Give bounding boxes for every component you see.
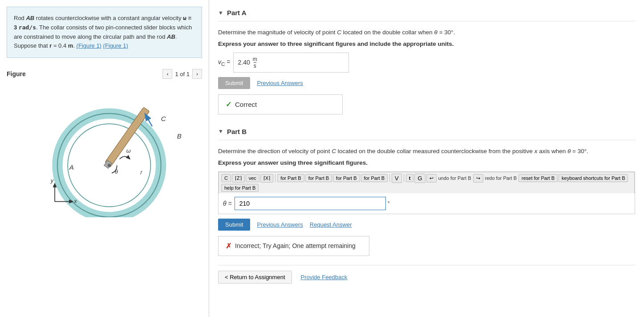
return-to-assignment-btn[interactable]: < Return to Assignment [218, 271, 292, 284]
part-a-chevron: ▼ [218, 10, 223, 16]
figure-nav: ‹ 1 of 1 › [162, 69, 202, 79]
toolbar-btn-redo[interactable]: ↪ [473, 174, 483, 183]
part-a-btn-row: Submit Previous Answers [218, 77, 635, 89]
part-b-chevron: ▼ [218, 128, 223, 134]
figure-link[interactable]: (Figure 1) [77, 42, 101, 49]
figure-page-info: 1 of 1 [175, 71, 190, 77]
toolbar-btn-z[interactable]: ⌈Z⌉ [232, 174, 245, 183]
left-panel: Rod AB rotates counterclockwise with a c… [0, 0, 209, 317]
part-b-previous-answers-btn[interactable]: Previous Answers [257, 221, 303, 228]
toolbar-sep-3 [404, 174, 404, 182]
part-b-editor-box: C ⌈Z⌉ vec ⌈X⌉ for Part B for Part B for … [218, 171, 635, 214]
degree-symbol: ° [388, 200, 390, 207]
part-b-toolbar: C ⌈Z⌉ vec ⌈X⌉ for Part B for Part B for … [219, 172, 635, 193]
svg-text:y: y [50, 177, 54, 184]
right-panel: ▼ Part A Determine the magnitude of velo… [209, 0, 644, 317]
part-a-correct-box: ✓ Correct [218, 94, 343, 114]
svg-text:A: A [69, 163, 74, 171]
toolbar-btn-format-b4[interactable]: for Part B [361, 174, 388, 182]
toolbar-btn-t[interactable]: t [406, 174, 414, 182]
part-a-instruction: Express your answer to three significant… [218, 41, 635, 47]
toolbar-sep-1 [275, 174, 275, 182]
incorrect-x-icon: ✗ [226, 242, 231, 250]
part-a-title: Part A [227, 9, 247, 16]
part-a-input-label: vC = [218, 58, 231, 67]
part-a-input-row: vC = 2.40 m s [218, 53, 635, 72]
svg-text:ω: ω [126, 147, 131, 154]
figure-next-btn[interactable]: › [192, 69, 202, 79]
part-b-input-label: θ = [223, 200, 232, 207]
svg-text:B: B [177, 132, 182, 140]
part-b-section: ▼ Part B Determine the direction of velo… [218, 123, 635, 256]
part-b-header[interactable]: ▼ Part B [218, 123, 635, 140]
toolbar-btn-format-b[interactable]: for Part B [277, 174, 304, 182]
part-b-incorrect-box: ✗ Incorrect; Try Again; One attempt rema… [218, 236, 369, 256]
correct-label: Correct [235, 101, 257, 108]
figure-link-text[interactable]: (Figure 1) [103, 42, 128, 49]
svg-text:θ: θ [115, 168, 118, 175]
svg-text:r: r [140, 169, 143, 176]
toolbar-sep-2 [389, 174, 390, 182]
figure-diagram: A C B ω θ [13, 82, 200, 217]
toolbar-btn-v[interactable]: V [392, 174, 402, 183]
part-a-question: Determine the magnitude of velocity of p… [218, 28, 635, 37]
svg-text:x: x [73, 198, 77, 204]
provide-feedback-btn[interactable]: Provide Feedback [301, 274, 348, 280]
figure-header: Figure ‹ 1 of 1 › [7, 69, 202, 79]
problem-statement: Rod AB rotates counterclockwise with a c… [7, 7, 202, 58]
toolbar-btn-undo[interactable]: ↩ [426, 174, 437, 183]
figure-section: Figure ‹ 1 of 1 › A [7, 69, 202, 315]
part-b-submit-btn[interactable]: Submit [218, 219, 250, 231]
toolbar-btn-format-b3[interactable]: for Part B [333, 174, 360, 182]
part-a-header[interactable]: ▼ Part A [218, 4, 635, 21]
figure-prev-btn[interactable]: ‹ [162, 69, 172, 79]
part-b-btn-row: Submit Previous Answers Request Answer [218, 219, 635, 231]
svg-point-13 [108, 164, 111, 167]
part-a-section: ▼ Part A Determine the magnitude of velo… [218, 4, 635, 114]
part-b-answer-input[interactable] [235, 197, 386, 210]
toolbar-btn-x[interactable]: ⌈X⌉ [260, 174, 273, 183]
toolbar-btn-vec[interactable]: vec [246, 174, 259, 182]
footer-bar: < Return to Assignment Provide Feedback [218, 265, 635, 289]
toolbar-btn-reset[interactable]: reset for Part B [518, 174, 558, 182]
part-a-previous-answers-btn[interactable]: Previous Answers [257, 80, 303, 86]
part-b-instruction: Express your answer using three signific… [218, 159, 635, 166]
part-a-input-value: 2.40 [238, 59, 250, 66]
part-b-input-container: θ = ° [219, 193, 635, 214]
part-b-title: Part B [227, 128, 247, 135]
part-b-question: Determine the direction of velocity of p… [218, 147, 635, 156]
toolbar-undo-label: undo for Part B [438, 175, 471, 181]
correct-check-icon: ✓ [226, 100, 231, 109]
toolbar-redo-label: redo for Part B [485, 175, 517, 181]
incorrect-label: Incorrect; Try Again; One attempt remain… [235, 242, 356, 249]
part-a-submit-btn[interactable]: Submit [218, 77, 250, 89]
toolbar-btn-format-b2[interactable]: for Part B [305, 174, 332, 182]
part-a-units-fraction: m s [253, 56, 257, 69]
toolbar-btn-keyboard[interactable]: keyboard shortcuts for Part B [559, 174, 628, 182]
part-b-request-answer-btn[interactable]: Request Answer [310, 221, 352, 228]
toolbar-btn-c[interactable]: C [221, 174, 231, 182]
toolbar-btn-help[interactable]: help for Part B [221, 184, 259, 192]
figure-scroll-area: A C B ω θ [13, 82, 200, 219]
figure-title: Figure [7, 70, 26, 77]
svg-text:C: C [161, 115, 166, 122]
toolbar-btn-g[interactable]: G [414, 174, 425, 183]
